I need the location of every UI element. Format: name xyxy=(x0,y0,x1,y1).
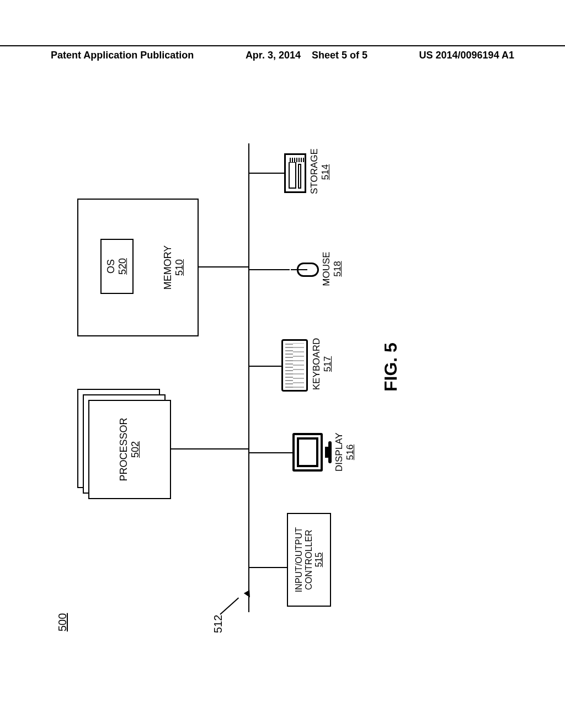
keyboard-icon xyxy=(281,339,308,392)
memory-block: OS 520 MEMORY 510 xyxy=(77,199,199,336)
conn-storage xyxy=(248,173,284,174)
conn-keyboard xyxy=(248,366,281,367)
memory-label: MEMORY xyxy=(162,200,174,335)
storage-num: 514 xyxy=(320,150,331,194)
storage-icon xyxy=(284,153,306,193)
mouse-icon xyxy=(297,263,319,277)
conn-memory xyxy=(199,266,248,267)
header-left: Patent Application Publication xyxy=(0,50,244,61)
bus-leader-line xyxy=(220,597,239,615)
mouse-label-group: MOUSE 518 xyxy=(321,248,343,290)
memory-num: 510 xyxy=(174,200,185,335)
os-label: OS xyxy=(105,259,117,274)
display-num: 516 xyxy=(345,433,356,472)
system-bus xyxy=(248,143,249,612)
header-mid: Apr. 3, 2014 Sheet 5 of 5 xyxy=(246,50,367,61)
io-controller-block: INPUT/OUTPUT CONTROLLER 515 xyxy=(287,513,331,607)
processor-block: PROCESSOR 502 xyxy=(77,389,171,499)
io-label2: CONTROLLER xyxy=(304,529,314,590)
mouse-label: MOUSE xyxy=(321,251,332,286)
display-icon xyxy=(292,433,323,472)
io-num: 515 xyxy=(314,553,324,568)
page-header: Patent Application Publication Apr. 3, 2… xyxy=(0,45,565,61)
diagram: 500 512 PROCESSOR 502 OS 520 MEMORY 510 xyxy=(0,193,508,524)
keyboard-label-group: KEYBOARD 517 xyxy=(311,336,333,392)
keyboard-num: 517 xyxy=(322,336,333,392)
display-label: DISPLAY xyxy=(334,432,344,472)
conn-processor xyxy=(171,448,248,449)
figure-label: FIG. 5 xyxy=(381,342,401,392)
os-num: 520 xyxy=(117,258,129,275)
mouse-num: 518 xyxy=(332,248,343,290)
bus-ref: 512 xyxy=(212,615,225,633)
storage-label: STORAGE xyxy=(309,148,319,194)
io-label1: INPUT/OUTPUT xyxy=(294,527,304,592)
conn-mouse xyxy=(248,269,290,270)
processor-label: PROCESSOR xyxy=(118,417,130,481)
display-label-group: DISPLAY 516 xyxy=(334,433,356,472)
conn-io xyxy=(248,567,287,568)
storage-label-group: STORAGE 514 xyxy=(309,150,331,194)
os-block: OS 520 xyxy=(100,239,134,294)
processor-num: 502 xyxy=(130,441,141,458)
conn-display xyxy=(248,452,292,453)
keyboard-label: KEYBOARD xyxy=(311,338,322,390)
header-right: US 2014/0096194 A1 xyxy=(369,50,565,61)
system-ref: 500 xyxy=(56,613,69,631)
